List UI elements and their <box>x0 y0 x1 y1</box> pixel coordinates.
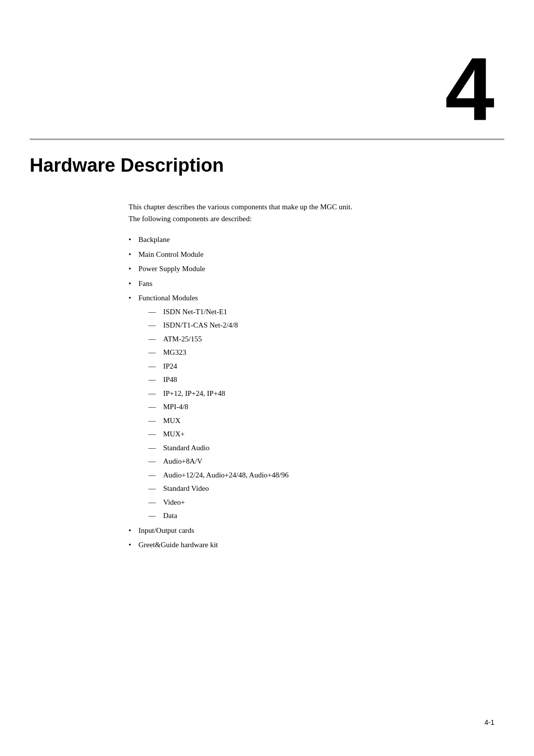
chapter-title: Hardware Description <box>30 155 504 176</box>
list-item-power-supply-module: Power Supply Module <box>129 263 504 276</box>
chapter-number: 4 <box>445 45 494 134</box>
intro-paragraph: This chapter describes the various compo… <box>129 201 504 225</box>
functional-modules-sublist: ISDN Net-T1/Net-E1 ISDN/T1-CAS Net-2/4/8… <box>138 306 504 522</box>
list-item: MG323 <box>138 346 504 359</box>
components-list: Backplane Main Control Module Power Supp… <box>129 234 504 552</box>
list-item: Audio+12/24, Audio+24/48, Audio+48/96 <box>138 469 504 482</box>
list-item-fans: Fans <box>129 278 504 290</box>
list-item: IP24 <box>138 360 504 373</box>
list-item: IP48 <box>138 374 504 386</box>
list-item-main-control-module: Main Control Module <box>129 248 504 261</box>
chapter-number-area: 4 <box>0 0 534 139</box>
list-item: MUX <box>138 415 504 427</box>
list-item-io-cards: Input/Output cards <box>129 524 504 537</box>
list-item: Audio+8A/V <box>138 455 504 468</box>
list-item: MPI-4/8 <box>138 401 504 414</box>
list-item: ISDN Net-T1/Net-E1 <box>138 306 504 319</box>
chapter-title-area: Hardware Description <box>0 140 534 176</box>
list-item: ISDN/T1-CAS Net-2/4/8 <box>138 319 504 332</box>
list-item: Video+ <box>138 496 504 509</box>
page-number: 4-1 <box>485 718 494 726</box>
list-item: IP+12, IP+24, IP+48 <box>138 387 504 400</box>
content-area: This chapter describes the various compo… <box>0 191 534 552</box>
list-item: Standard Audio <box>138 442 504 455</box>
page: 4 Hardware Description This chapter desc… <box>0 0 534 756</box>
list-item: Data <box>138 510 504 522</box>
list-item: ATM-25/155 <box>138 333 504 346</box>
intro-line1: This chapter describes the various compo… <box>129 203 352 211</box>
list-item-greet-guide: Greet&Guide hardware kit <box>129 539 504 552</box>
list-item: Standard Video <box>138 482 504 495</box>
intro-line2: The following components are described: <box>129 215 252 223</box>
list-item: MUX+ <box>138 428 504 441</box>
list-item-backplane: Backplane <box>129 234 504 246</box>
list-item-functional-modules: Functional Modules ISDN Net-T1/Net-E1 IS… <box>129 292 504 522</box>
